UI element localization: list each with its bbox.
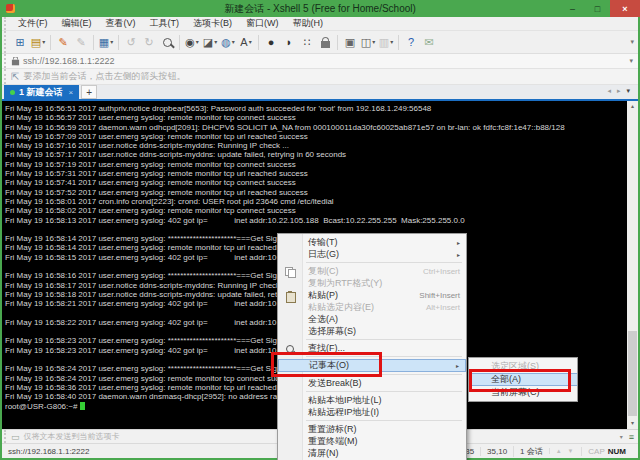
scroll-up-icon[interactable]: ▴	[627, 101, 638, 112]
info-bar-text: 要添加当前会话，点击左侧的箭头按钮。	[23, 70, 185, 83]
annotation-box-all	[469, 369, 571, 392]
tab-bar: 1 新建会话 × + ◂ ▸ ▾	[2, 85, 638, 101]
user-icon[interactable]: ◪▾	[202, 34, 218, 51]
open-session-icon[interactable]: ▤▾	[30, 34, 46, 51]
toolbar-separator	[50, 35, 51, 50]
context-menu-item-粘贴选定内容E: 粘贴选定内容(E)Alt+Insert	[278, 301, 466, 313]
terminal-line: Fri May 19 16:56:57 2017 user.emerg sysl…	[5, 113, 638, 122]
context-menu-item-发送BreakB[interactable]: 发送Break(B)	[278, 377, 466, 389]
toolbar-separator	[337, 35, 338, 50]
new-window-icon[interactable]: ◫▾	[360, 34, 376, 51]
context-menu-item-全选A[interactable]: 全选(A)	[278, 313, 466, 325]
terminal-line: Fri May 19 16:57:31 2017 user.emerg sysl…	[5, 169, 638, 178]
menu-separator	[306, 420, 462, 421]
toolbar-separator	[118, 35, 119, 50]
terminal-line: Fri May 19 16:56:51 2017 authpriv.notice…	[5, 104, 638, 113]
menu-编辑E[interactable]: 编辑(E)	[55, 17, 99, 30]
context-menu-item-粘贴P[interactable]: 粘贴(P)Shift+Insert	[278, 289, 466, 301]
compose-dropdown-icon[interactable]: ▾	[620, 433, 623, 440]
help-icon[interactable]: ?	[403, 34, 419, 51]
context-menu-item-传输T[interactable]: 传输(T)▸	[278, 236, 466, 248]
menu-窗口W[interactable]: 窗口(W)	[239, 17, 286, 30]
tab-scroll-right-icon[interactable]: ▸	[617, 87, 621, 95]
tab-close-icon[interactable]: ×	[69, 88, 74, 97]
tab-list-icon[interactable]: ▾	[626, 87, 630, 95]
context-menu-item-清屏N[interactable]: 清屏(N)	[278, 447, 466, 459]
compose-input-icon: ▭	[11, 432, 20, 442]
compose-bar-text[interactable]: 仅将文本发送到当前选项卡	[24, 431, 120, 442]
undo-icon[interactable]: ↺	[123, 34, 139, 51]
lock-icon[interactable]	[317, 34, 333, 51]
toolbar-separator	[179, 35, 180, 50]
menu-选项卡B[interactable]: 选项卡(B)	[186, 17, 239, 30]
context-menu-item-粘贴本地IP地址L[interactable]: 粘贴本地IP地址(L)	[278, 394, 466, 406]
context-menu-item-复制为RTF格式Y: 复制为RTF格式(Y)	[278, 277, 466, 289]
minimize-button[interactable]: –	[560, 0, 585, 17]
context-menu-item-重置游标R[interactable]: 重置游标(R)	[278, 423, 466, 435]
tab-scroll-left-icon[interactable]: ◂	[607, 87, 611, 95]
context-menu-item-重置终端M[interactable]: 重置终端(M)	[278, 435, 466, 447]
edit-icon[interactable]: ✎	[73, 34, 89, 51]
terminal-line: Fri May 19 16:57:19 2017 user.emerg sysl…	[5, 160, 638, 169]
close-button[interactable]: ×	[610, 0, 640, 17]
address-icon[interactable]: ◉▾	[184, 34, 200, 51]
terminal-line: Fri May 19 16:57:41 2017 user.emerg sysl…	[5, 178, 638, 187]
fullscreen-icon[interactable]: ∷	[299, 34, 315, 51]
info-grip	[4, 69, 9, 84]
menu-separator	[306, 391, 462, 392]
address-grip	[4, 54, 9, 68]
submenu-arrow-icon: ▸	[457, 251, 460, 258]
redo-icon[interactable]: ↻	[141, 34, 157, 51]
context-menu-item-日志G[interactable]: 日志(G)▸	[278, 248, 466, 260]
compose-list-icon[interactable]: ≡	[629, 432, 634, 442]
find-icon[interactable]	[159, 34, 175, 51]
quick-connect-icon[interactable]: ✎	[55, 34, 71, 51]
address-input[interactable]: ssh://192.168.1.1:2222	[23, 56, 115, 66]
title-bar: 新建会话 - Xshell 5 (Free for Home/School) –…	[0, 0, 640, 17]
new-session-icon[interactable]: ⊞	[12, 34, 28, 51]
toolbar-separator	[93, 35, 94, 50]
scrollbar-thumb[interactable]	[628, 331, 637, 416]
menu-帮助H[interactable]: 帮助(H)	[286, 17, 331, 30]
context-menu-item-粘贴远程IP地址I[interactable]: 粘贴远程IP地址(I)	[278, 406, 466, 418]
add-session-icon[interactable]: ⇱	[11, 71, 19, 82]
layout-icon[interactable]: ▥▾	[378, 34, 394, 51]
menu-查看V[interactable]: 查看(V)	[99, 17, 143, 30]
menu-bar: 文件(F)编辑(E)查看(V)工具(T)选项卡(B)窗口(W)帮助(H)	[2, 17, 638, 31]
window-title: 新建会话 - Xshell 5 (Free for Home/School)	[0, 2, 640, 16]
scroll-indicator-icons: ▲ ▼	[549, 448, 582, 454]
status-cursor-position: 35,10	[480, 447, 513, 456]
font-icon[interactable]: A▾	[238, 34, 254, 51]
address-dropdown-icon[interactable]: ▾	[629, 57, 633, 65]
session-status-icon	[10, 90, 15, 95]
scroll-down-icon[interactable]: ▾	[627, 418, 638, 429]
context-menu-item-选择屏幕S[interactable]: 选择屏幕(S)	[278, 325, 466, 337]
compose-grip	[4, 430, 9, 443]
screenshot-icon[interactable]: ▣	[342, 34, 358, 51]
terminal-scrollbar[interactable]: ▴ ▾	[627, 101, 638, 429]
feedback-icon[interactable]: ✉	[421, 34, 437, 51]
terminal-line: Fri May 19 16:57:16 2017 user.notice ddn…	[5, 141, 638, 150]
status-connection: ssh://192.168.1.1:2222	[8, 447, 89, 456]
xshell-window: 新建会话 - Xshell 5 (Free for Home/School) –…	[0, 0, 640, 460]
theme-icon[interactable]: ◗	[281, 34, 297, 51]
toolbar-overflow-icon[interactable]: ▾	[630, 38, 634, 46]
encoding-icon[interactable]: ◍▾	[220, 34, 236, 51]
terminal-line: Fri May 19 16:56:59 2017 daemon.warn odh…	[5, 123, 638, 132]
menu-grip	[4, 17, 9, 30]
new-tab-button[interactable]: +	[81, 85, 97, 99]
context-menu-item-复制C: 复制(C)Ctrl+Insert	[278, 265, 466, 277]
menu-separator	[306, 339, 462, 340]
toolbar: ⊞▤▾✎✎▦▾↺↻◉▾◪▾◍▾A▾●◗∷▣◫▾▥▾?✉ ▾	[2, 31, 638, 54]
context-menu: 传输(T)▸日志(G)▸复制(C)Ctrl+Insert复制为RTF格式(Y)粘…	[277, 233, 467, 460]
terminal-line: Fri May 19 16:57:52 2017 user.emerg sysl…	[5, 188, 638, 197]
terminal-line: Fri May 19 16:58:01 2017 cron.info crond…	[5, 197, 638, 206]
toolbar-grip	[4, 31, 9, 53]
menu-文件F[interactable]: 文件(F)	[11, 17, 55, 30]
session-properties-icon[interactable]: ▦▾	[98, 34, 114, 51]
maximize-button[interactable]: □	[585, 0, 610, 17]
tab-session-1[interactable]: 1 新建会话 ×	[4, 85, 79, 99]
menu-工具T[interactable]: 工具(T)	[143, 17, 187, 30]
caps-lock-indicator: CAP	[588, 447, 604, 456]
keymap-icon[interactable]: ●	[263, 34, 279, 51]
